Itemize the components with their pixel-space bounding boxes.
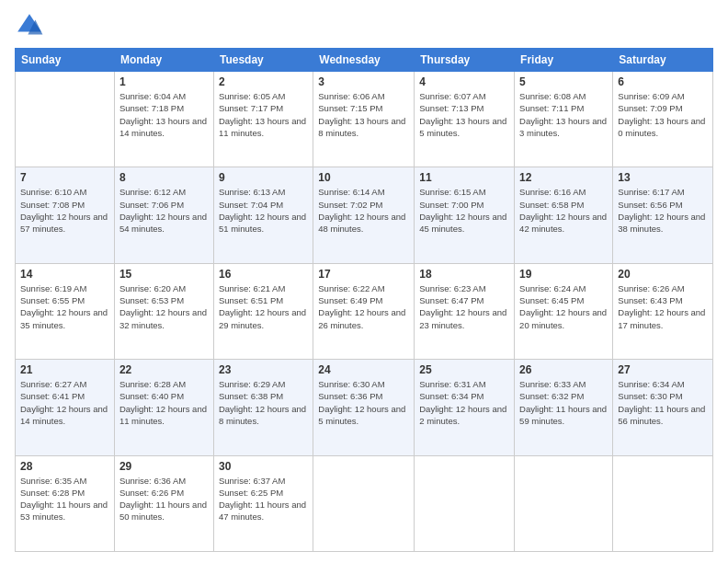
- day-number: 27: [618, 363, 708, 376]
- day-number: 28: [20, 460, 109, 473]
- day-number: 16: [219, 268, 308, 281]
- day-number: 23: [219, 363, 308, 376]
- calendar-header-row: SundayMondayTuesdayWednesdayThursdayFrid…: [16, 49, 713, 72]
- day-info: Sunrise: 6:15 AMSunset: 7:00 PMDaylight:…: [419, 186, 509, 235]
- day-info: Sunrise: 6:33 AMSunset: 6:32 PMDaylight:…: [519, 378, 608, 427]
- calendar-cell: 3Sunrise: 6:06 AMSunset: 7:15 PMDaylight…: [313, 72, 415, 167]
- day-number: 29: [119, 460, 209, 473]
- day-number: 6: [618, 75, 708, 88]
- day-number: 20: [618, 268, 708, 281]
- day-info: Sunrise: 6:16 AMSunset: 6:58 PMDaylight:…: [519, 186, 608, 235]
- day-info: Sunrise: 6:34 AMSunset: 6:30 PMDaylight:…: [618, 378, 708, 427]
- day-number: 25: [419, 363, 509, 376]
- day-number: 3: [318, 75, 409, 88]
- day-info: Sunrise: 6:27 AMSunset: 6:41 PMDaylight:…: [20, 378, 109, 427]
- day-number: 24: [318, 363, 409, 376]
- calendar-cell: 7Sunrise: 6:10 AMSunset: 7:08 PMDaylight…: [16, 167, 115, 263]
- day-header-friday: Friday: [515, 49, 613, 72]
- calendar-cell: 14Sunrise: 6:19 AMSunset: 6:55 PMDayligh…: [16, 263, 115, 359]
- day-number: 8: [119, 171, 209, 184]
- calendar-week-row: 28Sunrise: 6:35 AMSunset: 6:28 PMDayligh…: [16, 455, 713, 551]
- calendar-cell: [415, 455, 515, 551]
- calendar-cell: 1Sunrise: 6:04 AMSunset: 7:18 PMDaylight…: [114, 72, 213, 167]
- day-number: 18: [419, 268, 509, 281]
- day-number: 14: [20, 268, 109, 281]
- day-info: Sunrise: 6:14 AMSunset: 7:02 PMDaylight:…: [318, 186, 409, 235]
- calendar-cell: 10Sunrise: 6:14 AMSunset: 7:02 PMDayligh…: [313, 167, 415, 263]
- logo-icon: [15, 11, 44, 40]
- day-info: Sunrise: 6:20 AMSunset: 6:53 PMDaylight:…: [119, 282, 209, 331]
- day-number: 22: [119, 363, 209, 376]
- calendar-week-row: 7Sunrise: 6:10 AMSunset: 7:08 PMDaylight…: [16, 167, 713, 263]
- day-info: Sunrise: 6:07 AMSunset: 7:13 PMDaylight:…: [419, 90, 509, 139]
- calendar-cell: 19Sunrise: 6:24 AMSunset: 6:45 PMDayligh…: [515, 263, 613, 359]
- day-info: Sunrise: 6:23 AMSunset: 6:47 PMDaylight:…: [419, 282, 509, 331]
- calendar-cell: 22Sunrise: 6:28 AMSunset: 6:40 PMDayligh…: [114, 360, 213, 455]
- calendar-week-row: 14Sunrise: 6:19 AMSunset: 6:55 PMDayligh…: [16, 263, 713, 359]
- day-header-wednesday: Wednesday: [313, 49, 415, 72]
- day-info: Sunrise: 6:22 AMSunset: 6:49 PMDaylight:…: [318, 282, 409, 331]
- day-header-saturday: Saturday: [613, 49, 713, 72]
- calendar-cell: 25Sunrise: 6:31 AMSunset: 6:34 PMDayligh…: [415, 360, 515, 455]
- calendar-cell: 26Sunrise: 6:33 AMSunset: 6:32 PMDayligh…: [515, 360, 613, 455]
- day-info: Sunrise: 6:24 AMSunset: 6:45 PMDaylight:…: [519, 282, 608, 331]
- day-info: Sunrise: 6:10 AMSunset: 7:08 PMDaylight:…: [20, 186, 109, 235]
- calendar-cell: 9Sunrise: 6:13 AMSunset: 7:04 PMDaylight…: [213, 167, 313, 263]
- page: SundayMondayTuesdayWednesdayThursdayFrid…: [0, 0, 728, 563]
- day-info: Sunrise: 6:09 AMSunset: 7:09 PMDaylight:…: [618, 90, 708, 139]
- day-header-sunday: Sunday: [16, 49, 115, 72]
- day-number: 4: [419, 75, 509, 88]
- day-info: Sunrise: 6:13 AMSunset: 7:04 PMDaylight:…: [219, 186, 308, 235]
- day-info: Sunrise: 6:37 AMSunset: 6:25 PMDaylight:…: [219, 475, 308, 523]
- day-number: 7: [20, 171, 109, 184]
- day-number: 1: [119, 75, 209, 88]
- calendar-cell: 21Sunrise: 6:27 AMSunset: 6:41 PMDayligh…: [16, 360, 115, 455]
- day-info: Sunrise: 6:06 AMSunset: 7:15 PMDaylight:…: [318, 90, 409, 139]
- calendar-cell: 5Sunrise: 6:08 AMSunset: 7:11 PMDaylight…: [515, 72, 613, 167]
- day-number: 21: [20, 363, 109, 376]
- day-number: 30: [219, 460, 308, 473]
- calendar-cell: [16, 72, 115, 167]
- calendar-cell: 11Sunrise: 6:15 AMSunset: 7:00 PMDayligh…: [415, 167, 515, 263]
- day-info: Sunrise: 6:08 AMSunset: 7:11 PMDaylight:…: [519, 90, 608, 139]
- day-info: Sunrise: 6:31 AMSunset: 6:34 PMDaylight:…: [419, 378, 509, 427]
- day-info: Sunrise: 6:12 AMSunset: 7:06 PMDaylight:…: [119, 186, 209, 235]
- day-info: Sunrise: 6:36 AMSunset: 6:26 PMDaylight:…: [119, 475, 209, 523]
- calendar-cell: 23Sunrise: 6:29 AMSunset: 6:38 PMDayligh…: [213, 360, 313, 455]
- calendar-cell: 15Sunrise: 6:20 AMSunset: 6:53 PMDayligh…: [114, 263, 213, 359]
- calendar-cell: 6Sunrise: 6:09 AMSunset: 7:09 PMDaylight…: [613, 72, 713, 167]
- day-number: 9: [219, 171, 308, 184]
- day-info: Sunrise: 6:21 AMSunset: 6:51 PMDaylight:…: [219, 282, 308, 331]
- calendar-cell: [313, 455, 415, 551]
- calendar-cell: 2Sunrise: 6:05 AMSunset: 7:17 PMDaylight…: [213, 72, 313, 167]
- calendar-cell: 20Sunrise: 6:26 AMSunset: 6:43 PMDayligh…: [613, 263, 713, 359]
- day-number: 17: [318, 268, 409, 281]
- day-info: Sunrise: 6:04 AMSunset: 7:18 PMDaylight:…: [119, 90, 209, 139]
- calendar-table: SundayMondayTuesdayWednesdayThursdayFrid…: [15, 48, 713, 552]
- calendar-cell: 29Sunrise: 6:36 AMSunset: 6:26 PMDayligh…: [114, 455, 213, 551]
- calendar-cell: 30Sunrise: 6:37 AMSunset: 6:25 PMDayligh…: [213, 455, 313, 551]
- calendar-cell: 13Sunrise: 6:17 AMSunset: 6:56 PMDayligh…: [613, 167, 713, 263]
- day-number: 26: [519, 363, 608, 376]
- day-info: Sunrise: 6:29 AMSunset: 6:38 PMDaylight:…: [219, 378, 308, 427]
- calendar-cell: [515, 455, 613, 551]
- calendar-cell: 8Sunrise: 6:12 AMSunset: 7:06 PMDaylight…: [114, 167, 213, 263]
- calendar-cell: 28Sunrise: 6:35 AMSunset: 6:28 PMDayligh…: [16, 455, 115, 551]
- header: [15, 11, 713, 40]
- calendar-cell: 4Sunrise: 6:07 AMSunset: 7:13 PMDaylight…: [415, 72, 515, 167]
- calendar-cell: [613, 455, 713, 551]
- day-header-thursday: Thursday: [415, 49, 515, 72]
- day-number: 10: [318, 171, 409, 184]
- day-number: 12: [519, 171, 608, 184]
- day-header-monday: Monday: [114, 49, 213, 72]
- day-number: 19: [519, 268, 608, 281]
- calendar-week-row: 21Sunrise: 6:27 AMSunset: 6:41 PMDayligh…: [16, 360, 713, 455]
- day-number: 5: [519, 75, 608, 88]
- day-info: Sunrise: 6:17 AMSunset: 6:56 PMDaylight:…: [618, 186, 708, 235]
- day-info: Sunrise: 6:05 AMSunset: 7:17 PMDaylight:…: [219, 90, 308, 139]
- day-number: 15: [119, 268, 209, 281]
- calendar-cell: 24Sunrise: 6:30 AMSunset: 6:36 PMDayligh…: [313, 360, 415, 455]
- day-info: Sunrise: 6:28 AMSunset: 6:40 PMDaylight:…: [119, 378, 209, 427]
- calendar-week-row: 1Sunrise: 6:04 AMSunset: 7:18 PMDaylight…: [16, 72, 713, 167]
- day-header-tuesday: Tuesday: [213, 49, 313, 72]
